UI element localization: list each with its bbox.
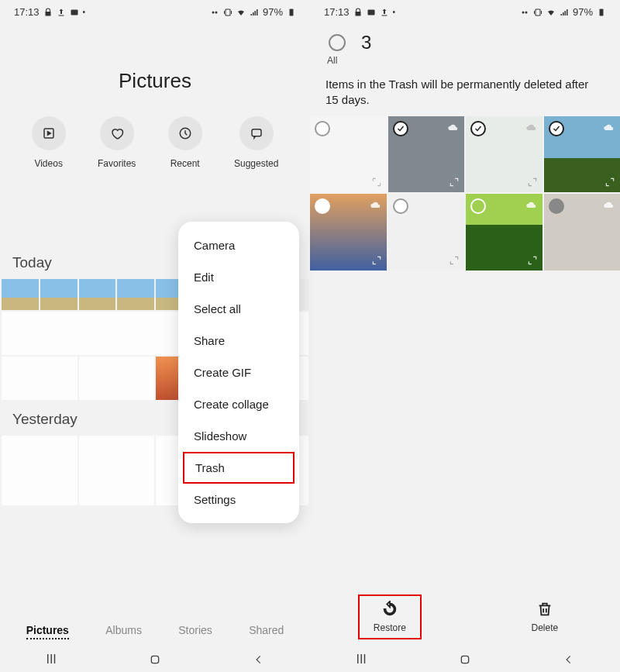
tab-pictures[interactable]: Pictures: [26, 624, 69, 639]
trash-message: Items in the Trash will be permanently d…: [310, 66, 620, 116]
bottom-actions: Restore Delete: [310, 588, 620, 647]
item-checkbox[interactable]: [393, 198, 408, 214]
svg-point-1: [212, 11, 214, 13]
expand-icon: [371, 255, 382, 266]
home-button[interactable]: [149, 653, 161, 666]
trash-item[interactable]: [544, 116, 621, 193]
expand-icon: [527, 255, 538, 266]
menu-slideshow[interactable]: Slideshow: [178, 420, 299, 452]
android-nav: III: [0, 647, 310, 672]
status-bar: 17:13 • 97%: [310, 0, 620, 21]
trash-icon: [536, 601, 553, 618]
item-checkbox-checked[interactable]: [549, 121, 564, 136]
chat-icon: [250, 126, 264, 140]
trash-item[interactable]: [310, 194, 387, 271]
status-bar: 17:13 • 97%: [0, 0, 310, 21]
item-checkbox[interactable]: [470, 198, 486, 214]
signal-icon: [250, 8, 259, 17]
menu-settings[interactable]: Settings: [178, 484, 299, 515]
tab-stories[interactable]: Stories: [178, 624, 212, 639]
expand-icon: [449, 255, 460, 266]
svg-point-2: [215, 11, 217, 13]
svg-rect-12: [461, 656, 468, 663]
bottom-tabs: Pictures Albums Stories Shared: [0, 623, 310, 647]
home-button[interactable]: [459, 653, 471, 666]
vpn-icon: [520, 8, 529, 17]
item-checkbox[interactable]: [549, 198, 564, 214]
trash-grid: [310, 116, 620, 271]
check-icon: [396, 124, 405, 133]
trash-item[interactable]: [466, 194, 542, 271]
select-all-checkbox[interactable]: [329, 34, 346, 51]
trash-item[interactable]: [466, 116, 542, 193]
vpn-icon: [210, 8, 219, 17]
lock-icon: [43, 8, 53, 17]
vibrate-icon: [223, 8, 232, 17]
delete-button[interactable]: Delete: [517, 596, 572, 638]
back-button[interactable]: [563, 654, 574, 665]
status-time: 17:13: [324, 6, 350, 18]
expand-icon: [371, 177, 382, 188]
tab-shared[interactable]: Shared: [249, 624, 284, 639]
svg-point-9: [522, 11, 524, 13]
expand-icon: [527, 177, 538, 188]
recents-button[interactable]: III: [356, 653, 366, 667]
recents-button[interactable]: III: [46, 653, 56, 667]
menu-trash[interactable]: Trash: [183, 452, 294, 484]
trash-item[interactable]: [310, 116, 387, 193]
trash-screen: 17:13 • 97% 3 All Items in the Trash wil…: [310, 0, 620, 672]
menu-edit[interactable]: Edit: [178, 261, 299, 293]
battery-icon: [597, 8, 606, 17]
cloud-icon: [370, 198, 382, 211]
trash-item[interactable]: [388, 194, 465, 271]
restore-icon: [381, 601, 398, 618]
item-checkbox[interactable]: [315, 121, 330, 136]
expand-icon: [604, 177, 615, 188]
vibrate-icon: [533, 8, 542, 17]
item-checkbox[interactable]: [315, 198, 330, 214]
check-icon: [474, 124, 483, 133]
wifi-icon: [546, 8, 556, 17]
cloud-icon: [603, 198, 615, 211]
clock-icon: [178, 126, 192, 140]
svg-rect-7: [151, 656, 158, 663]
selection-count: 3: [361, 32, 371, 53]
restore-button[interactable]: Restore: [358, 594, 422, 639]
shortcut-videos[interactable]: Videos: [32, 116, 66, 169]
cloud-icon: [603, 121, 615, 133]
android-nav: III: [310, 647, 620, 672]
play-icon: [42, 126, 56, 140]
image-icon: [367, 8, 376, 17]
svg-rect-6: [252, 129, 261, 136]
upload-icon: [380, 8, 389, 17]
menu-share[interactable]: Share: [178, 325, 299, 357]
lock-icon: [353, 8, 363, 17]
shortcut-recent[interactable]: Recent: [168, 116, 202, 169]
item-checkbox-checked[interactable]: [393, 121, 408, 136]
menu-create-collage[interactable]: Create collage: [178, 388, 299, 420]
upload-icon: [57, 8, 66, 17]
cloud-icon: [525, 198, 538, 211]
shortcut-suggested[interactable]: Suggested: [234, 116, 278, 169]
trash-item[interactable]: [388, 116, 465, 193]
menu-select-all[interactable]: Select all: [178, 293, 299, 325]
shortcut-favorites[interactable]: Favorites: [98, 116, 136, 169]
gallery-screen: 17:13 • 97% Pictures Videos Favori: [0, 0, 310, 672]
menu-create-gif[interactable]: Create GIF: [178, 357, 299, 388]
signal-icon: [560, 8, 569, 17]
item-checkbox-checked[interactable]: [470, 121, 486, 136]
back-button[interactable]: [253, 654, 264, 665]
status-battery: 97%: [573, 6, 593, 18]
status-time: 17:13: [14, 6, 40, 18]
svg-rect-11: [600, 9, 604, 16]
select-all-label: All: [310, 53, 620, 66]
status-battery: 97%: [263, 6, 283, 18]
check-icon: [552, 124, 561, 133]
selection-header: 3: [310, 21, 620, 53]
menu-camera[interactable]: Camera: [178, 229, 299, 261]
tab-albums[interactable]: Albums: [105, 624, 142, 639]
wifi-icon: [236, 8, 246, 17]
image-icon: [70, 8, 79, 17]
svg-rect-3: [290, 9, 294, 16]
trash-item[interactable]: [544, 194, 621, 271]
